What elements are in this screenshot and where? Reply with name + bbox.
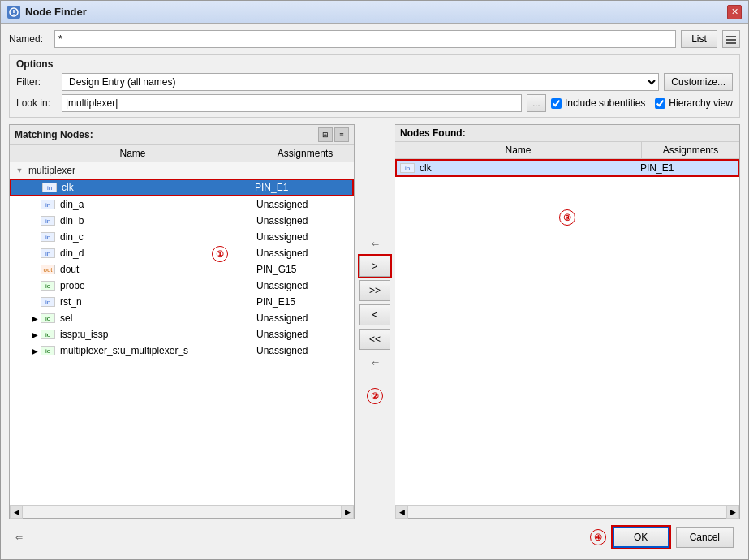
assign-cell: PIN_E1 xyxy=(252,182,349,193)
left-scrollbar[interactable]: ◀ ▶ xyxy=(10,505,354,518)
named-input[interactable] xyxy=(54,30,676,48)
list-button[interactable]: List xyxy=(681,30,717,48)
table-row[interactable]: in din_a Unassigned xyxy=(10,196,354,213)
action-buttons: OK Cancel xyxy=(613,527,734,548)
in-icon: in xyxy=(400,163,415,173)
close-button[interactable]: ✕ xyxy=(727,5,742,19)
options-section: Options Filter: Design Entry (all names)… xyxy=(9,54,740,118)
title-bar: Node Finder ✕ xyxy=(1,1,748,24)
node-name: din_c xyxy=(60,231,253,243)
scroll-right-btn[interactable]: ▶ xyxy=(341,506,354,519)
assign-cell: Unassigned xyxy=(253,312,351,324)
right-scrollbar[interactable]: ◀ ▶ xyxy=(395,505,739,518)
transfer-right-one-button[interactable]: > xyxy=(359,256,390,277)
named-row: Named: List xyxy=(9,30,740,48)
scroll-right-right-btn[interactable]: ▶ xyxy=(726,506,739,519)
annotation-2-container: ② xyxy=(367,388,383,404)
io-icon: io xyxy=(41,313,55,323)
transfer-left-one-button[interactable]: < xyxy=(359,304,390,325)
table-row[interactable]: out dout PIN_G15 xyxy=(10,261,354,278)
nodes-found-header: Nodes Found: xyxy=(395,125,739,142)
customize-button[interactable]: Customize... xyxy=(664,73,733,91)
scroll-left-btn[interactable]: ◀ xyxy=(10,506,23,519)
table-row[interactable]: ▶ io multiplexer_s:u_multiplexer_s Unass… xyxy=(10,342,354,359)
found-node-row[interactable]: in clk PIN_E1 xyxy=(395,159,739,177)
svg-rect-3 xyxy=(726,36,736,37)
right-scroll-track[interactable] xyxy=(408,506,726,518)
svg-rect-5 xyxy=(726,42,736,44)
nodes-found-title: Nodes Found: xyxy=(400,127,466,139)
node-finder-dialog: Node Finder ✕ Named: List Options Filter… xyxy=(0,0,749,560)
group-icon: ▼ xyxy=(13,164,26,177)
lookin-label: Look in: xyxy=(16,97,57,109)
svg-rect-4 xyxy=(726,39,736,41)
node-name: multiplexer_s:u_multiplexer_s xyxy=(60,345,253,356)
scroll-indicator: ⇐ xyxy=(15,532,23,543)
title-icon xyxy=(7,6,20,19)
lookin-row: Look in: ... Include subentities Hierarc… xyxy=(16,94,733,112)
matching-nodes-header: Matching Nodes: ⊞ ≡ xyxy=(10,125,354,145)
scroll-track[interactable] xyxy=(23,506,341,518)
table-row[interactable]: in din_d Unassigned xyxy=(10,245,354,261)
col-assignments-left: Assignments xyxy=(256,145,354,162)
include-subentities-checkbox[interactable]: Include subentities xyxy=(551,97,645,109)
checkbox-group: Include subentities Hierarchy view xyxy=(551,97,733,109)
col-name-right: Name xyxy=(395,142,642,158)
in-icon: in xyxy=(42,183,57,192)
node-name: issp:u_issp xyxy=(60,329,253,340)
in-icon: in xyxy=(41,297,55,307)
lookin-input[interactable] xyxy=(62,94,522,112)
middle-scroll-top-icon: ⇐ xyxy=(372,239,379,249)
title-bar-left: Node Finder xyxy=(7,6,87,19)
view-icon-btn2[interactable]: ≡ xyxy=(334,127,349,142)
bottom-bar: ⇐ ④ OK Cancel xyxy=(9,522,740,553)
found-col-header: Name Assignments xyxy=(395,142,739,159)
ok-button[interactable]: OK xyxy=(613,527,669,548)
node-name: rst_n xyxy=(60,296,253,308)
options-title: Options xyxy=(16,58,733,70)
transfer-right-all-button[interactable]: >> xyxy=(359,280,390,301)
table-row[interactable]: in din_b Unassigned xyxy=(10,213,354,229)
annotation-1: ① xyxy=(212,246,228,262)
in-icon: in xyxy=(41,216,55,226)
assign-cell: Unassigned xyxy=(253,248,351,259)
scroll-icon: ⇐ xyxy=(15,532,23,543)
expand-button[interactable] xyxy=(722,30,740,48)
scroll-left-right-btn[interactable]: ◀ xyxy=(395,506,408,519)
assign-cell: Unassigned xyxy=(253,329,351,340)
transfer-left-all-button[interactable]: << xyxy=(359,329,390,350)
group-row: ▼ multiplexer xyxy=(10,162,354,179)
table-row[interactable]: ▶ io sel Unassigned xyxy=(10,310,354,326)
table-row[interactable]: in rst_n PIN_E15 xyxy=(10,294,354,310)
assign-cell: PIN_G15 xyxy=(253,264,351,275)
filter-select[interactable]: Design Entry (all names) SignalTap II: p… xyxy=(62,73,659,91)
nodes-found-panel: Nodes Found: Name Assignments in clk PIN… xyxy=(395,124,740,519)
assign-cell: PIN_E15 xyxy=(253,296,351,308)
cancel-button[interactable]: Cancel xyxy=(676,527,734,548)
node-name: din_b xyxy=(60,215,253,226)
table-row[interactable]: in din_c Unassigned xyxy=(10,229,354,245)
matching-nodes-panel: Matching Nodes: ⊞ ≡ Name Assignments ▼ m… xyxy=(9,124,355,519)
named-label: Named: xyxy=(9,33,50,45)
annotation-3: ③ xyxy=(559,209,575,226)
action-area: ④ OK Cancel xyxy=(590,527,734,548)
table-row[interactable]: ▶ io issp:u_issp Unassigned xyxy=(10,326,354,342)
matching-nodes-tree[interactable]: ▼ multiplexer in clk PIN_E1 in xyxy=(10,162,354,505)
table-row[interactable]: in clk PIN_E1 xyxy=(10,179,354,196)
node-name: din_a xyxy=(60,199,253,210)
hierarchy-view-checkbox[interactable]: Hierarchy view xyxy=(655,97,733,109)
found-node-name: clk xyxy=(420,162,637,174)
transfer-controls: ⇐ > >> < << ⇐ ② xyxy=(355,124,395,519)
in-icon: in xyxy=(41,248,55,258)
table-row[interactable]: io probe Unassigned xyxy=(10,278,354,294)
expander: ▶ xyxy=(29,330,41,339)
nodes-found-tree[interactable]: in clk PIN_E1 ③ xyxy=(395,159,739,505)
assign-cell: Unassigned xyxy=(253,215,351,226)
expander: ▶ xyxy=(29,347,41,355)
col-assignments-right: Assignments xyxy=(642,142,739,158)
group-label: multiplexer xyxy=(28,165,75,176)
view-icon-btn1[interactable]: ⊞ xyxy=(318,127,333,142)
filter-label: Filter: xyxy=(16,76,57,88)
lookin-browse-button[interactable]: ... xyxy=(527,94,546,112)
col-name-left: Name xyxy=(10,145,256,162)
